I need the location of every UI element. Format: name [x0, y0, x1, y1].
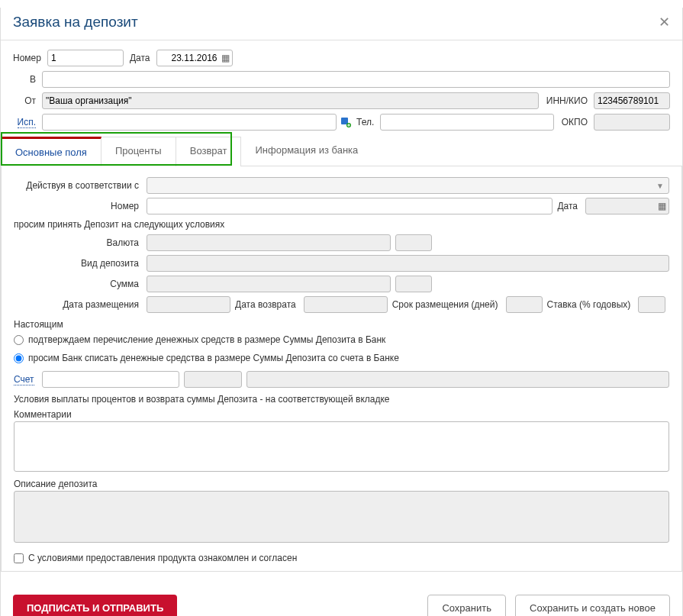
doc-date-input[interactable]	[585, 198, 669, 214]
row-number-date: Номер Дата ▦	[13, 50, 670, 66]
sign-send-button[interactable]: ПОДПИСАТЬ И ОТПРАВИТЬ	[13, 595, 177, 616]
currency-label: Валюта	[14, 237, 142, 248]
agree-row[interactable]: С условиями предоставления продукта озна…	[14, 553, 669, 563]
account-input[interactable]	[42, 371, 179, 388]
sum-input	[147, 276, 391, 292]
inn-label: ИНН/КИО	[546, 95, 591, 106]
number-label: Номер	[13, 53, 44, 63]
comments-label: Комментарии	[14, 409, 669, 420]
doc-date-label: Дата	[557, 201, 581, 211]
tab-return[interactable]: Возврат	[176, 137, 242, 166]
acting-select[interactable]: ▼	[147, 177, 669, 194]
row-to: В	[13, 71, 670, 88]
sum-label: Сумма	[14, 279, 142, 289]
row-sum: Сумма	[14, 276, 669, 292]
modal-footer: ПОДПИСАТЬ И ОТПРАВИТЬ Сохранить Сохранит…	[1, 584, 682, 616]
place-date-label: Дата размещения	[14, 299, 142, 310]
modal-body: Номер Дата ▦ В От ИНН/КИО Исп.	[1, 40, 682, 584]
isp-label[interactable]: Исп.	[18, 117, 36, 128]
row-dates: Дата размещения Дата возврата Срок разме…	[14, 296, 669, 313]
row-isp: Исп. Тел. ОКПО	[13, 114, 670, 131]
description-textarea	[14, 491, 669, 543]
currency-code-input	[395, 234, 432, 251]
svg-rect-0	[341, 118, 348, 124]
account-label[interactable]: Счет	[14, 374, 34, 385]
agree-label: С условиями предоставления продукта озна…	[28, 553, 297, 563]
tel-label: Тел.	[356, 117, 377, 127]
deposit-request-modal: Заявка на депозит ✕ Номер Дата ▦ В От ИН…	[0, 8, 683, 616]
number-input[interactable]	[47, 50, 124, 66]
term-label: Срок размещения (дней)	[392, 299, 501, 310]
row-currency: Валюта	[14, 234, 669, 251]
to-label: В	[13, 74, 39, 85]
deposit-type-label: Вид депозита	[14, 258, 142, 269]
accept-text: просим принять Депозит на следующих усло…	[14, 219, 669, 230]
deposit-type-input	[147, 255, 669, 272]
account-label-wrap: Счет	[14, 374, 37, 385]
radio-debit-label: просим Банк списать денежные средства в …	[28, 353, 399, 363]
main-panel: Действуя в соответствии с ▼ Номер Дата ▦…	[1, 166, 682, 572]
radio-transfer[interactable]	[14, 335, 24, 345]
tabs: Основные поля Проценты Возврат Информаци…	[1, 137, 682, 166]
from-input	[42, 92, 539, 109]
agree-checkbox[interactable]	[14, 553, 24, 563]
footer-right: Сохранить Сохранить и создать новое	[427, 595, 670, 616]
row-acting: Действуя в соответствии с ▼	[14, 177, 669, 194]
doc-number-label: Номер	[14, 201, 142, 211]
comments-textarea[interactable]	[14, 421, 669, 472]
save-new-button[interactable]: Сохранить и создать новое	[515, 595, 670, 616]
chevron-down-icon: ▼	[656, 182, 664, 190]
from-label: От	[13, 95, 39, 106]
modal-header: Заявка на депозит ✕	[1, 8, 682, 40]
row-doc-number: Номер Дата ▦	[14, 198, 669, 214]
tel-input[interactable]	[380, 114, 553, 131]
close-icon[interactable]: ✕	[659, 14, 670, 31]
acting-label: Действуя в соответствии с	[14, 180, 142, 191]
conditions-note: Условия выплаты процентов и возврата сум…	[14, 394, 669, 405]
row-deposit-type: Вид депозита	[14, 255, 669, 272]
doc-number-input[interactable]	[147, 198, 553, 214]
lookup-icon[interactable]	[340, 116, 352, 128]
description-label: Описание депозита	[14, 479, 669, 489]
doc-date-wrap: ▦	[585, 198, 669, 214]
tab-interest[interactable]: Проценты	[101, 137, 176, 166]
okpo-label: ОКПО	[562, 117, 591, 127]
radio-transfer-label: подтверждаем перечисление денежных средс…	[28, 334, 385, 345]
tab-main[interactable]: Основные поля	[1, 137, 101, 166]
inn-input	[594, 92, 670, 109]
row-account: Счет	[14, 371, 669, 388]
currency-input	[147, 234, 391, 251]
date-input-wrap: ▦	[156, 50, 233, 66]
return-date-label: Дата возврата	[235, 299, 299, 310]
date-label: Дата	[130, 53, 153, 63]
account-currency-input	[184, 371, 242, 388]
hereby-label: Настоящим	[14, 319, 669, 330]
account-desc-input	[246, 371, 669, 388]
place-date-input	[147, 296, 230, 313]
tab-bank-info[interactable]: Информация из банка	[241, 137, 372, 166]
modal-title: Заявка на депозит	[13, 14, 138, 31]
rate-input	[638, 296, 665, 313]
okpo-input	[594, 114, 670, 131]
radio-row-transfer[interactable]: подтверждаем перечисление денежных средс…	[14, 334, 669, 345]
to-input[interactable]	[42, 71, 670, 88]
radio-row-debit[interactable]: просим Банк списать денежные средства в …	[14, 353, 669, 363]
row-from: От ИНН/КИО	[13, 92, 670, 109]
rate-label: Ставка (% годовых)	[547, 299, 634, 310]
sum-currency-input	[395, 276, 432, 292]
isp-label-wrap: Исп.	[13, 117, 39, 127]
radio-debit[interactable]	[14, 353, 24, 363]
term-input	[506, 296, 543, 313]
isp-input[interactable]	[42, 114, 337, 131]
date-input[interactable]	[156, 50, 233, 66]
return-date-input	[304, 296, 388, 313]
save-button[interactable]: Сохранить	[427, 595, 506, 616]
